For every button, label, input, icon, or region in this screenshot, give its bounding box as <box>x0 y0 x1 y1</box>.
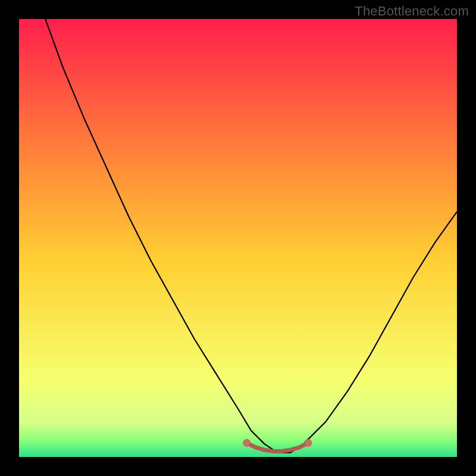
chart-svg <box>19 19 457 457</box>
chart-plot-area <box>19 19 457 457</box>
chart-frame: TheBottleneck.com <box>0 0 476 476</box>
optimal-range-endpoint <box>243 439 250 446</box>
watermark-text: TheBottleneck.com <box>355 4 469 19</box>
optimal-range-endpoint <box>305 439 312 446</box>
chart-background <box>19 19 457 457</box>
